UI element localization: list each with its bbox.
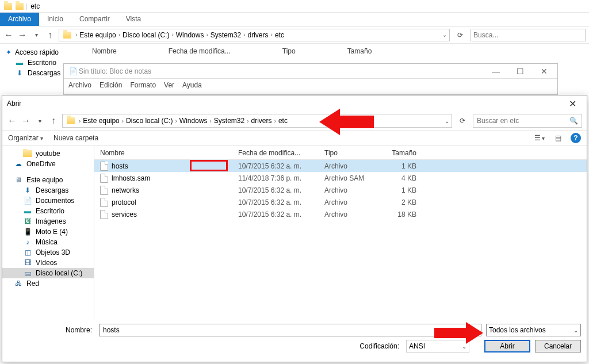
view-details-icon[interactable]: ▤ [552, 133, 564, 143]
dialog-toolbar: Organizar ▾ Nueva carpeta ☰▾ ▤ ? [2, 130, 587, 146]
notepad-title-text: Sin título: Bloc de notas [79, 67, 151, 75]
breadcrumb-item[interactable]: Este equipo [83, 117, 119, 125]
notepad-window: 📄 Sin título: Bloc de notas — ☐ ✕ Archiv… [63, 63, 558, 95]
tree-item[interactable]: 🖴Disco local (C:) [2, 268, 94, 278]
notepad-titlebar: 📄 Sin título: Bloc de notas — ☐ ✕ [64, 64, 557, 79]
col-date[interactable]: Fecha de modifica... [232, 149, 319, 157]
help-icon[interactable]: ? [571, 133, 581, 143]
nav-back-icon[interactable]: ← [7, 116, 17, 126]
tree-item[interactable]: 📄Documentos [2, 196, 94, 206]
filename-input[interactable] [99, 324, 481, 336]
refresh-icon[interactable]: ⟳ [453, 28, 467, 42]
breadcrumb-item[interactable]: etc [275, 31, 284, 39]
col-date[interactable]: Fecha de modifica... [169, 47, 231, 55]
tree-item[interactable]: 📱Moto E (4) [2, 227, 94, 237]
file-name: services [112, 210, 137, 219]
nav-forward-icon[interactable]: → [17, 30, 28, 40]
col-name[interactable]: Nombre [94, 149, 232, 157]
filetype-filter[interactable]: Todos los archivos⌄ [486, 324, 581, 336]
maximize-button[interactable]: ☐ [510, 67, 530, 76]
file-name: protocol [112, 198, 136, 206]
nav-up-icon[interactable]: ↑ [45, 30, 55, 40]
search-icon: 🔍 [569, 117, 578, 125]
breadcrumb-item[interactable]: Disco local (C:) [123, 31, 169, 39]
folder-icon [4, 2, 12, 10]
tree-item[interactable]: ◫Objetos 3D [2, 247, 94, 258]
menu-edit[interactable]: Edición [100, 81, 122, 89]
breadcrumb-item[interactable]: System32 [214, 117, 244, 125]
nav-dropdown-icon[interactable]: ▾ [31, 30, 41, 40]
nav-dropdown-icon[interactable]: ▾ [35, 116, 45, 126]
encoding-select[interactable]: ANSI⌄ [406, 340, 469, 352]
col-name[interactable]: Nombre [92, 47, 117, 55]
tree-item[interactable]: 🎞Vídeos [2, 258, 94, 268]
phone-icon: 📱 [23, 228, 32, 236]
explorer-address-bar[interactable]: › Este equipo› Disco local (C:)› Windows… [59, 29, 450, 41]
cancel-button[interactable]: Cancelar [535, 340, 581, 352]
file-row[interactable]: lmhosts.sam11/4/2018 7:36 p. m.Archivo S… [94, 172, 587, 184]
dialog-address-bar[interactable]: › Este equipo› Disco local (C:)› Windows… [62, 114, 452, 128]
menu-format[interactable]: Formato [130, 81, 156, 89]
dialog-close-button[interactable]: ✕ [563, 98, 582, 109]
chevron-down-icon[interactable]: ⌄ [445, 118, 449, 124]
file-type: Archivo [319, 162, 382, 170]
file-size: 1 KB [382, 186, 422, 194]
breadcrumb-item[interactable]: Disco local (C:) [126, 117, 173, 125]
file-row[interactable]: networks10/7/2015 6:32 a. m.Archivo1 KB [94, 184, 587, 196]
dialog-search[interactable]: Buscar en etc 🔍 [473, 114, 582, 128]
view-list-icon[interactable]: ☰▾ [534, 133, 545, 143]
dialog-title: Abrir [7, 99, 21, 108]
nav-forward-icon[interactable]: → [21, 116, 31, 126]
menu-file[interactable]: Archivo [68, 81, 91, 89]
col-type[interactable]: Tipo [319, 149, 382, 157]
breadcrumb-item[interactable]: Windows [176, 31, 204, 39]
tree-item[interactable]: 🖥Este equipo [2, 175, 94, 185]
refresh-icon[interactable]: ⟳ [456, 114, 469, 128]
ribbon-tab-file[interactable]: Archivo [0, 13, 39, 26]
breadcrumb-item[interactable]: Este equipo [79, 31, 116, 39]
close-button[interactable]: ✕ [534, 67, 554, 76]
file-icon [100, 210, 108, 219]
minimize-button[interactable]: — [486, 67, 506, 76]
ribbon-tab-home[interactable]: Inicio [39, 13, 71, 26]
nav-back-icon[interactable]: ← [3, 30, 14, 40]
chevron-down-icon[interactable]: ⌄ [442, 32, 447, 38]
tree-label: Escritorio [36, 207, 64, 215]
file-name: networks [112, 186, 139, 194]
tree-item[interactable]: 🖧Red [2, 278, 94, 289]
open-button[interactable]: Abrir [484, 340, 530, 352]
file-type: Archivo SAM [319, 174, 382, 182]
nav-up-icon[interactable]: ↑ [48, 116, 59, 126]
tree-item[interactable]: ☁OneDrive [2, 159, 94, 169]
file-type: Archivo [319, 186, 382, 194]
ribbon-tab-view[interactable]: Vista [118, 13, 149, 26]
file-row[interactable]: hosts10/7/2015 6:32 a. m.Archivo1 KB [94, 160, 587, 172]
breadcrumb-item[interactable]: System32 [211, 31, 241, 39]
tree-item[interactable]: ⬇Descargas [2, 185, 94, 196]
menu-help[interactable]: Ayuda [182, 81, 202, 89]
breadcrumb-item[interactable]: etc [278, 117, 288, 125]
menu-view[interactable]: Ver [164, 81, 174, 89]
file-row[interactable]: protocol10/7/2015 6:32 a. m.Archivo2 KB [94, 196, 587, 208]
tree-item[interactable]: ♪Música [2, 237, 94, 247]
new-folder-button[interactable]: Nueva carpeta [53, 134, 98, 142]
file-type: Archivo [319, 210, 382, 219]
file-row[interactable]: services10/7/2015 6:32 a. m.Archivo18 KB [94, 208, 587, 220]
ribbon-tab-share[interactable]: Compartir [71, 13, 118, 26]
col-size[interactable]: Tamaño [347, 47, 372, 55]
tree-item[interactable]: 🖼Imágenes [2, 216, 94, 227]
organize-button[interactable]: Organizar ▾ [8, 134, 43, 142]
file-date: 10/7/2015 6:32 a. m. [232, 198, 319, 206]
dialog-footer: Nombre: Todos los archivos⌄ Codificación… [2, 320, 587, 362]
breadcrumb-item[interactable]: drivers [251, 117, 272, 125]
col-size[interactable]: Tamaño [382, 149, 422, 157]
onedrive-icon: ☁ [14, 160, 23, 168]
explorer-search[interactable]: Busca... [471, 29, 586, 41]
col-type[interactable]: Tipo [282, 47, 296, 55]
breadcrumb-item[interactable]: Windows [179, 117, 208, 125]
tree-item[interactable]: youtube [2, 148, 94, 159]
tree-item[interactable]: ▬Escritorio [2, 206, 94, 216]
sidebar-quick-access[interactable]: ✦Acceso rápido [2, 47, 78, 58]
file-icon [100, 198, 108, 207]
breadcrumb-item[interactable]: drivers [248, 31, 269, 39]
